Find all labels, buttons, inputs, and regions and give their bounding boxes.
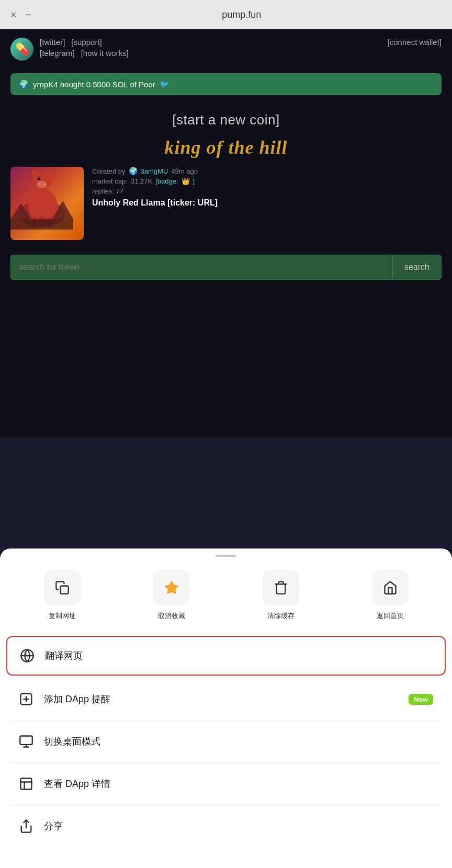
- top-nav: 💊 [twitter] [support] [telegram] [how it…: [0, 29, 452, 69]
- quick-action-copy-url[interactable]: 复制网址: [10, 569, 114, 621]
- translate-text: 翻译网页: [45, 649, 432, 662]
- king-title: king of the hill: [0, 136, 452, 158]
- coin-name: Unholy Red Llama [ticker: URL]: [92, 198, 442, 208]
- website-area: 💊 [twitter] [support] [telegram] [how it…: [0, 29, 452, 437]
- svg-rect-23: [20, 736, 32, 745]
- divider-2: [10, 678, 442, 678]
- quick-actions-grid: 复制网址 取消收藏 清除缓存: [0, 561, 452, 633]
- svg-text:A: A: [25, 653, 28, 658]
- ticker-banner: 🌍 yrnpK4 bought 0.5000 SOL of Poor 🐦: [10, 73, 442, 95]
- divider-5: [10, 805, 442, 805]
- drag-handle: [216, 555, 236, 557]
- dapp-details-text: 查看 DApp 详情: [44, 778, 433, 790]
- go-home-icon-bg: [372, 569, 409, 606]
- browser-chrome: × − pump.fun: [0, 0, 452, 29]
- dapp-reminder-text: 添加 DApp 提醒: [44, 693, 398, 705]
- coin-image[interactable]: [10, 167, 84, 240]
- nav-left: [twitter] [support] [telegram] [how it w…: [40, 38, 129, 58]
- desktop-icon: [19, 734, 33, 749]
- unfavorite-icon-bg: [153, 569, 190, 606]
- copy-icon: [55, 580, 70, 595]
- trash-icon: [274, 580, 288, 595]
- menu-item-dapp-details[interactable]: 查看 DApp 详情: [6, 765, 446, 803]
- browser-controls[interactable]: × −: [10, 9, 31, 21]
- desktop-mode-text: 切换桌面模式: [44, 735, 433, 748]
- quick-action-unfavorite[interactable]: 取消收藏: [120, 569, 223, 621]
- menu-item-dapp-reminder[interactable]: 添加 DApp 提醒 New: [6, 680, 446, 718]
- close-button[interactable]: ×: [10, 9, 17, 21]
- ticker-emoji-right: 🐦: [160, 79, 170, 89]
- nav-twitter[interactable]: [twitter]: [40, 38, 65, 47]
- menu-item-desktop-mode[interactable]: 切换桌面模式: [6, 723, 446, 760]
- coin-card: Created by 🌍 3amgMU 49m ago market cap: …: [0, 167, 452, 250]
- svg-marker-16: [165, 581, 177, 593]
- svg-rect-26: [21, 779, 32, 790]
- logo: 💊: [10, 38, 33, 61]
- star-icon: [164, 580, 179, 595]
- ticker-emoji-left: 🌍: [19, 79, 29, 89]
- coin-info: Created by 🌍 3amgMU 49m ago market cap: …: [92, 167, 442, 208]
- quick-action-home-label: 返回首页: [377, 611, 404, 621]
- menu-item-share[interactable]: 分享: [6, 807, 446, 845]
- home-icon: [383, 580, 398, 595]
- divider-4: [10, 762, 442, 763]
- search-bar: search: [10, 255, 442, 280]
- start-coin-button[interactable]: [start a new coin]: [0, 112, 452, 128]
- coin-created-by: Created by 🌍 3amgMU 49m ago: [92, 167, 442, 175]
- clear-cache-icon-bg: [263, 569, 299, 606]
- minimize-button[interactable]: −: [25, 9, 31, 21]
- quick-action-clear-cache[interactable]: 清除缓存: [229, 569, 332, 621]
- divider-3: [10, 720, 442, 721]
- nav-support[interactable]: [support]: [71, 38, 101, 47]
- copy-url-icon-bg: [44, 569, 81, 606]
- search-button[interactable]: search: [392, 255, 442, 280]
- share-icon: [19, 819, 33, 833]
- divider-1: [10, 633, 442, 634]
- svg-rect-15: [60, 586, 68, 594]
- coin-market-cap-row: market cap: 31.27K [badge: 👑 ]: [92, 177, 442, 185]
- quick-action-clear-label: 清除缓存: [267, 611, 295, 621]
- menu-item-translate[interactable]: A 翻译网页: [6, 636, 446, 676]
- svg-point-6: [38, 177, 39, 178]
- share-text: 分享: [44, 820, 433, 832]
- dapp-details-icon: [19, 776, 33, 791]
- svg-point-5: [37, 177, 40, 180]
- nav-connect-wallet[interactable]: [connect wallet]: [388, 38, 442, 47]
- nav-telegram[interactable]: [telegram]: [40, 49, 75, 58]
- quick-action-copy-label: 复制网址: [49, 611, 76, 621]
- coin-replies: replies: 77: [92, 187, 442, 195]
- nav-how-it-works[interactable]: [how it works]: [81, 49, 129, 58]
- translate-icon: A: [20, 648, 35, 663]
- quick-action-go-home[interactable]: 返回首页: [338, 569, 442, 621]
- new-badge: New: [409, 694, 433, 705]
- search-input[interactable]: [10, 255, 392, 280]
- browser-title: pump.fun: [41, 9, 442, 20]
- svg-point-4: [37, 181, 47, 188]
- dapp-reminder-icon: [19, 692, 33, 706]
- quick-action-unfavorite-label: 取消收藏: [158, 611, 185, 621]
- drag-handle-container: [0, 549, 452, 561]
- start-coin-section: [start a new coin]: [0, 99, 452, 136]
- bottom-sheet: 复制网址 取消收藏 清除缓存: [0, 549, 452, 868]
- svg-rect-12: [10, 219, 73, 230]
- ticker-text: yrnpK4 bought 0.5000 SOL of Poor: [33, 80, 155, 89]
